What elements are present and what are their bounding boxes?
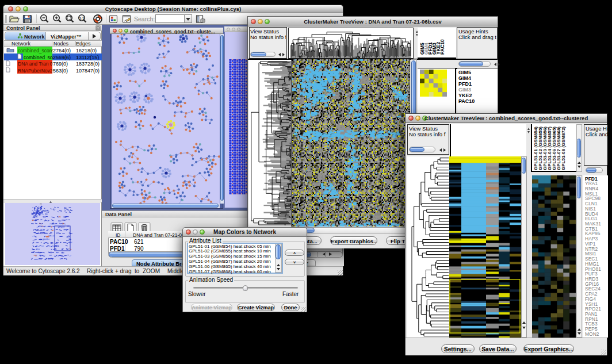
svg-text:1:1: 1:1 [79, 17, 85, 20]
